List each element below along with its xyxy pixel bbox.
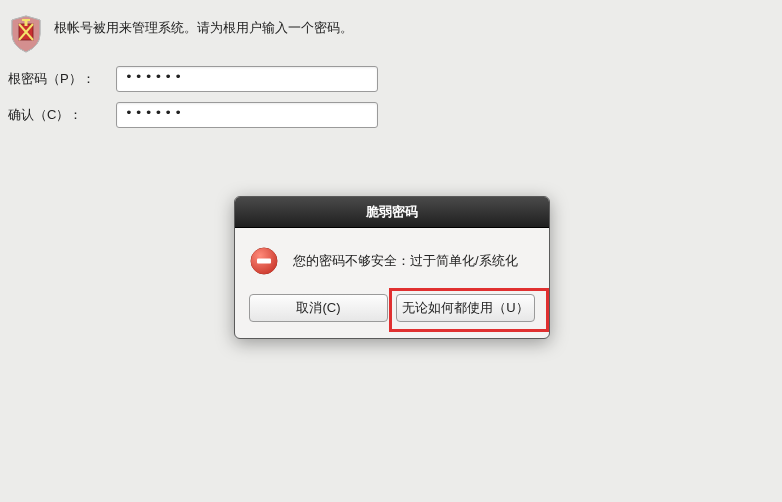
confirm-value: •••••• [125, 105, 184, 120]
error-icon [249, 246, 279, 276]
weak-password-dialog: 脆弱密码 您的密码不够安全：过于简单化/系统化 取消(C) 无论如何都使用（U） [234, 196, 550, 339]
dialog-message: 您的密码不够安全：过于简单化/系统化 [293, 252, 518, 270]
cancel-button-label: 取消(C) [296, 299, 340, 317]
password-label: 根密码（P）： [8, 70, 116, 88]
password-input[interactable]: •••••• [116, 66, 378, 92]
svg-rect-5 [257, 259, 271, 264]
instruction-text: 根帐号被用来管理系统。请为根用户输入一个密码。 [54, 14, 353, 38]
dialog-body: 您的密码不够安全：过于简单化/系统化 [235, 228, 549, 294]
svg-rect-2 [22, 19, 30, 21]
confirm-row: 确认（C）： •••••• [8, 102, 774, 128]
confirm-input[interactable]: •••••• [116, 102, 378, 128]
password-value: •••••• [125, 69, 184, 84]
confirm-label: 确认（C）： [8, 106, 116, 124]
cancel-button[interactable]: 取消(C) [249, 294, 388, 322]
header: 根帐号被用来管理系统。请为根用户输入一个密码。 [0, 0, 782, 62]
use-anyway-button[interactable]: 无论如何都使用（U） [396, 294, 535, 322]
use-anyway-button-label: 无论如何都使用（U） [402, 299, 528, 317]
dialog-buttons: 取消(C) 无论如何都使用（U） [235, 294, 549, 338]
password-row: 根密码（P）： •••••• [8, 66, 774, 92]
shield-icon [8, 14, 44, 54]
dialog-title: 脆弱密码 [235, 197, 549, 228]
